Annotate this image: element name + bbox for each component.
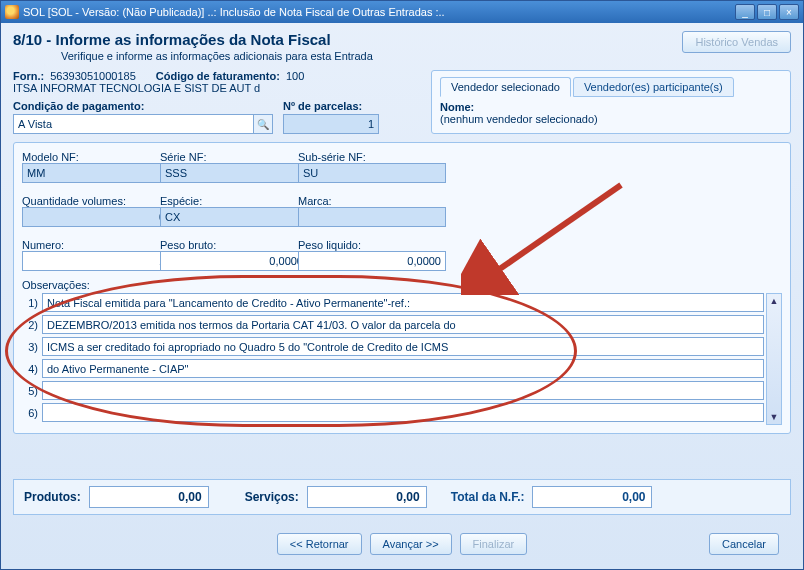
especie-label: Espécie: — [160, 195, 202, 207]
vendor-nome-value: (nenhum vendedor selecionado) — [440, 113, 598, 125]
retornar-button[interactable]: << Retornar — [277, 533, 362, 555]
pesob-label: Peso bruto: — [160, 239, 216, 251]
close-button[interactable]: × — [779, 4, 799, 20]
subserie-input — [298, 163, 446, 183]
cond-lookup-button[interactable]: 🔍 — [253, 114, 273, 134]
obs-num-5: 5) — [22, 385, 38, 397]
obs-input-1[interactable] — [42, 293, 764, 312]
vendor-panel: Vendedor selecionado Vendedor(es) partic… — [431, 70, 791, 134]
pesol-label: Peso liquido: — [298, 239, 361, 251]
forn-name: ITSA INFORMAT TECNOLOGIA E SIST DE AUT d — [13, 82, 260, 94]
produtos-value: 0,00 — [89, 486, 209, 508]
tab-vendedores-participantes[interactable]: Vendedor(es) participante(s) — [573, 77, 734, 97]
vendor-nome-label: Nome: — [440, 101, 474, 113]
obs-num-4: 4) — [22, 363, 38, 375]
qtdvol-label: Quantidade volumes: — [22, 195, 126, 207]
app-window: SOL [SOL - Versão: (Não Publicada)] ..: … — [0, 0, 804, 570]
servicos-value: 0,00 — [307, 486, 427, 508]
marca-label: Marca: — [298, 195, 332, 207]
obs-num-6: 6) — [22, 407, 38, 419]
obs-scrollbar[interactable]: ▲ ▼ — [766, 293, 782, 425]
cond-input[interactable] — [13, 114, 254, 134]
total-nf-value: 0,00 — [532, 486, 652, 508]
numero-label: Numero: — [22, 239, 64, 251]
titlebar: SOL [SOL - Versão: (Não Publicada)] ..: … — [1, 1, 803, 23]
footer: << Retornar Avançar >> Finalizar Cancela… — [1, 523, 803, 569]
total-nf-label: Total da N.F.: — [451, 490, 525, 504]
forn-value: 56393051000185 — [50, 70, 136, 82]
content-area: 8/10 - Informe as informações da Nota Fi… — [1, 23, 803, 523]
servicos-label: Serviços: — [245, 490, 299, 504]
obs-input-2[interactable] — [42, 315, 764, 334]
obs-input-5[interactable] — [42, 381, 764, 400]
subserie-label: Sub-série NF: — [298, 151, 366, 163]
scroll-down-icon[interactable]: ▼ — [770, 410, 779, 424]
codfat-label: Código de faturamento: — [156, 70, 280, 82]
cond-label: Condição de pagamento: — [13, 100, 273, 112]
page-subtitle: Verifique e informe as informações adici… — [61, 50, 670, 62]
obs-num-2: 2) — [22, 319, 38, 331]
obs-label: Observações: — [22, 279, 782, 291]
maximize-button[interactable]: □ — [757, 4, 777, 20]
forn-label: Forn.: — [13, 70, 44, 82]
nf-fields-panel: Modelo NF: Série NF: Sub-série NF: Quant… — [13, 142, 791, 434]
pesob-input[interactable] — [160, 251, 308, 271]
scroll-up-icon[interactable]: ▲ — [770, 294, 779, 308]
cancelar-button[interactable]: Cancelar — [709, 533, 779, 555]
especie-input — [160, 207, 308, 227]
pesol-input[interactable] — [298, 251, 446, 271]
marca-input — [298, 207, 446, 227]
obs-input-6[interactable] — [42, 403, 764, 422]
app-icon — [5, 5, 19, 19]
avancar-button[interactable]: Avançar >> — [370, 533, 452, 555]
serie-label: Série NF: — [160, 151, 206, 163]
minimize-button[interactable]: _ — [735, 4, 755, 20]
codfat-value: 100 — [286, 70, 304, 82]
finalizar-button[interactable]: Finalizar — [460, 533, 528, 555]
serie-input — [160, 163, 308, 183]
parc-label: Nº de parcelas: — [283, 100, 379, 112]
obs-input-3[interactable] — [42, 337, 764, 356]
produtos-label: Produtos: — [24, 490, 81, 504]
modelo-input — [22, 163, 170, 183]
obs-num-1: 1) — [22, 297, 38, 309]
tab-vendedor-selecionado[interactable]: Vendedor selecionado — [440, 77, 571, 97]
window-title: SOL [SOL - Versão: (Não Publicada)] ..: … — [23, 6, 735, 18]
qtdvol-input — [22, 207, 170, 227]
obs-input-4[interactable] — [42, 359, 764, 378]
obs-list: 1) 2) 3) 4) 5) 6) — [22, 293, 764, 425]
historico-vendas-button[interactable]: Histórico Vendas — [682, 31, 791, 53]
numero-input[interactable] — [22, 251, 170, 271]
totals-bar: Produtos: 0,00 Serviços: 0,00 Total da N… — [13, 479, 791, 515]
modelo-label: Modelo NF: — [22, 151, 79, 163]
obs-num-3: 3) — [22, 341, 38, 353]
parc-input — [283, 114, 379, 134]
page-title: 8/10 - Informe as informações da Nota Fi… — [13, 31, 670, 48]
